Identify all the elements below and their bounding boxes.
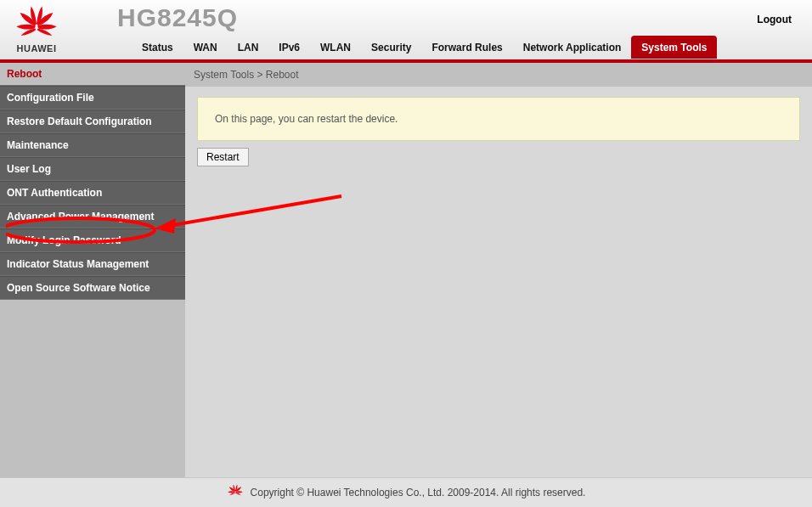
tab-wan[interactable]: WAN [183,36,228,59]
tab-network-application[interactable]: Network Application [513,36,632,59]
sidebar-item-ont-authentication[interactable]: ONT Authentication [0,181,185,205]
sidebar-item-reboot[interactable]: Reboot [0,63,185,86]
sidebar-item-advanced-power-management[interactable]: Advanced Power Management [0,205,185,228]
sidebar-item-indicator-status-management[interactable]: Indicator Status Management [0,252,185,276]
sidebar-item-configuration-file[interactable]: Configuration File [0,86,185,110]
sidebar: Reboot Configuration File Restore Defaul… [0,63,185,477]
footer: Copyright © Huawei Technologies Co., Ltd… [0,477,812,507]
tab-security[interactable]: Security [361,36,421,59]
main-panel: System Tools > Reboot On this page, you … [185,63,812,477]
copyright-text: Copyright © Huawei Technologies Co., Ltd… [251,487,586,499]
top-nav: Status WAN LAN IPv6 WLAN Security Forwar… [132,36,717,59]
button-row: Restart [197,148,800,166]
device-model: HG8245Q [117,3,238,32]
brand-name: HUAWEI [14,43,59,54]
info-text: On this page, you can restart the device… [215,113,398,125]
tab-system-tools[interactable]: System Tools [631,36,717,59]
sidebar-item-open-source-software-notice[interactable]: Open Source Software Notice [0,276,185,300]
tab-lan[interactable]: LAN [228,36,269,59]
header-bar: HUAWEI HG8245Q Logout Status WAN LAN IPv… [0,0,812,59]
sidebar-item-user-log[interactable]: User Log [0,157,185,181]
body-wrapper: Reboot Configuration File Restore Defaul… [0,63,812,477]
breadcrumb: System Tools > Reboot [185,63,812,87]
sidebar-item-modify-login-password[interactable]: Modify Login Password [0,228,185,252]
tab-forward-rules[interactable]: Forward Rules [421,36,512,59]
sidebar-item-maintenance[interactable]: Maintenance [0,133,185,157]
sidebar-item-restore-default-configuration[interactable]: Restore Default Configuration [0,110,185,133]
tab-ipv6[interactable]: IPv6 [268,36,310,59]
tab-status[interactable]: Status [132,36,183,59]
tab-wlan[interactable]: WLAN [310,36,361,59]
brand-logo-block: HUAWEI [14,5,59,54]
huawei-mini-logo-icon [227,484,244,501]
huawei-logo-icon [14,5,59,42]
logout-link[interactable]: Logout [757,14,792,25]
info-panel: On this page, you can restart the device… [197,97,800,141]
restart-button[interactable]: Restart [197,148,249,166]
